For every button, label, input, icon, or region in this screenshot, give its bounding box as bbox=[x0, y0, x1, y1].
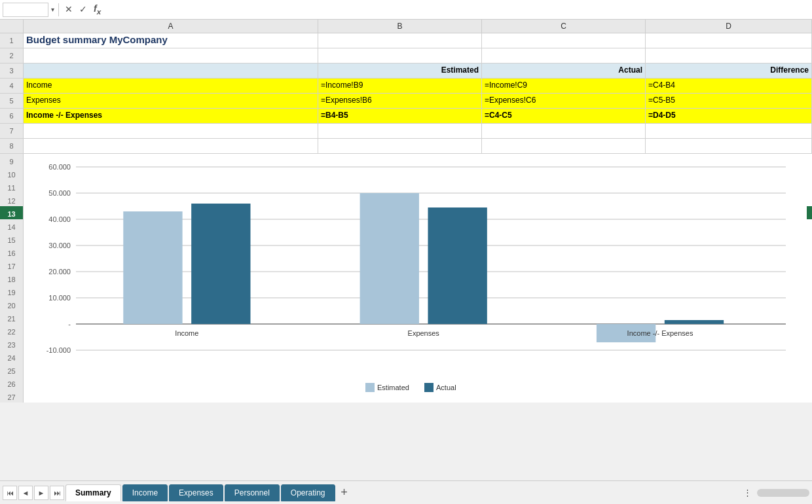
cell-5-C[interactable]: =Expenses!C6 bbox=[482, 94, 646, 108]
col-header-c[interactable]: C bbox=[482, 20, 646, 33]
cell-6-A[interactable]: Income -/- Expenses bbox=[24, 109, 318, 123]
row-number: 7 bbox=[0, 124, 24, 138]
y-axis-label: 40.000 bbox=[48, 215, 71, 223]
row-number-12: 12 bbox=[0, 193, 24, 206]
table-row: 5Expenses=Expenses!B6=Expenses!C6=C5-B5 bbox=[0, 94, 812, 109]
col-header-b[interactable]: B bbox=[318, 20, 482, 33]
budget-chart: 60.00050.00040.00030.00020.00010.000--10… bbox=[24, 154, 812, 403]
bar-estimated-0 bbox=[123, 211, 182, 324]
y-axis-label: -10.000 bbox=[46, 346, 71, 354]
cell-7-A[interactable] bbox=[24, 124, 318, 138]
x-axis-label-2: Income -/- Expenses bbox=[627, 329, 693, 337]
row-number-18: 18 bbox=[0, 272, 24, 285]
cell-8-C[interactable] bbox=[482, 139, 646, 153]
cell-2-C[interactable] bbox=[482, 48, 646, 63]
row-number-25: 25 bbox=[0, 363, 24, 376]
row-number-21: 21 bbox=[0, 311, 24, 324]
cell-8-A[interactable] bbox=[24, 139, 318, 153]
row-number-14: 14 bbox=[0, 219, 24, 232]
cell-reference-box[interactable] bbox=[3, 3, 48, 17]
legend-actual-label: Actual bbox=[436, 384, 456, 391]
insert-function-icon[interactable]: fx bbox=[92, 3, 103, 16]
bar-estimated-1 bbox=[360, 193, 419, 324]
cell-3-D[interactable]: Difference bbox=[646, 63, 812, 78]
cell-5-D[interactable]: =C5-B5 bbox=[646, 94, 812, 108]
chart-row-numbers: 9101112131415161718192021222324252627 bbox=[0, 154, 24, 403]
cell-1-B[interactable] bbox=[318, 33, 482, 48]
cell-6-D[interactable]: =D4-D5 bbox=[646, 109, 812, 123]
table-row: 2 bbox=[0, 48, 812, 63]
spreadsheet: A B C D 1Budget summary MyCompany23Estim… bbox=[0, 20, 812, 403]
cell-5-A[interactable]: Expenses bbox=[24, 94, 318, 108]
table-row: 1Budget summary MyCompany bbox=[0, 33, 812, 48]
cell-6-B[interactable]: =B4-B5 bbox=[318, 109, 482, 123]
cell-3-B[interactable]: Estimated bbox=[318, 63, 482, 78]
grid-body: 1Budget summary MyCompany23EstimatedActu… bbox=[0, 33, 812, 154]
cell-ref-dropdown-icon[interactable]: ▾ bbox=[51, 6, 54, 13]
cell-2-B[interactable] bbox=[318, 48, 482, 63]
cell-8-D[interactable] bbox=[646, 139, 812, 153]
table-row: 4Income=Income!B9=Income!C9=C4-B4 bbox=[0, 79, 812, 94]
cell-2-D[interactable] bbox=[646, 48, 812, 63]
row-number-24: 24 bbox=[0, 350, 24, 363]
row-number-16: 16 bbox=[0, 245, 24, 259]
legend-estimated-swatch bbox=[365, 383, 375, 392]
confirm-formula-icon[interactable]: ✓ bbox=[77, 4, 89, 14]
y-axis-label: 50.000 bbox=[48, 189, 71, 197]
col-header-d[interactable]: D bbox=[646, 20, 812, 33]
row-number: 2 bbox=[0, 48, 24, 63]
cell-4-C[interactable]: =Income!C9 bbox=[482, 79, 646, 93]
cell-5-B[interactable]: =Expenses!B6 bbox=[318, 94, 482, 108]
cell-4-B[interactable]: =Income!B9 bbox=[318, 79, 482, 93]
table-row: 6Income -/- Expenses=B4-B5=C4-C5=D4-D5 bbox=[0, 109, 812, 124]
x-axis-label-1: Expenses bbox=[408, 329, 440, 337]
legend-actual-swatch bbox=[424, 383, 434, 392]
y-axis-label: - bbox=[68, 320, 71, 328]
row-number-27: 27 bbox=[0, 389, 24, 403]
row-number-22: 22 bbox=[0, 324, 24, 337]
table-row: 7 bbox=[0, 124, 812, 139]
table-row: 8 bbox=[0, 139, 812, 154]
cell-4-D[interactable]: =C4-B4 bbox=[646, 79, 812, 93]
cancel-formula-icon[interactable]: ✕ bbox=[63, 4, 75, 14]
row-number-9: 9 bbox=[0, 154, 24, 167]
cell-4-A[interactable]: Income bbox=[24, 79, 318, 93]
cell-1-D[interactable] bbox=[646, 33, 812, 48]
y-axis-label: 20.000 bbox=[48, 268, 71, 276]
col-header-a[interactable]: A bbox=[24, 20, 318, 33]
chart-area: 60.00050.00040.00030.00020.00010.000--10… bbox=[24, 154, 812, 403]
cell-7-C[interactable] bbox=[482, 124, 646, 138]
row-number: 5 bbox=[0, 94, 24, 108]
green-row-indicator bbox=[807, 206, 812, 219]
formula-input[interactable] bbox=[105, 3, 809, 16]
x-axis-label-0: Income bbox=[175, 329, 198, 337]
cell-8-B[interactable] bbox=[318, 139, 482, 153]
row-number-26: 26 bbox=[0, 376, 24, 389]
bar-actual-1 bbox=[428, 207, 487, 324]
cell-1-C[interactable] bbox=[482, 33, 646, 48]
row-number: 3 bbox=[0, 63, 24, 78]
cell-3-A[interactable] bbox=[24, 63, 318, 78]
y-axis-label: 10.000 bbox=[48, 294, 71, 302]
row-number: 4 bbox=[0, 79, 24, 93]
cell-3-C[interactable]: Actual bbox=[482, 63, 646, 78]
chart-row-wrapper: 9101112131415161718192021222324252627 60… bbox=[0, 154, 812, 403]
row-number-17: 17 bbox=[0, 259, 24, 272]
cell-7-B[interactable] bbox=[318, 124, 482, 138]
bar-actual-0 bbox=[191, 204, 250, 324]
bar-actual-2 bbox=[665, 320, 724, 324]
cell-1-A[interactable]: Budget summary MyCompany bbox=[24, 33, 318, 48]
y-axis-label: 30.000 bbox=[48, 242, 71, 249]
legend-estimated-label: Estimated bbox=[377, 384, 409, 391]
row-number-15: 15 bbox=[0, 232, 24, 245]
cell-6-C[interactable]: =C4-C5 bbox=[482, 109, 646, 123]
cell-2-A[interactable] bbox=[24, 48, 318, 63]
formula-bar: ▾ ✕ ✓ fx bbox=[0, 0, 812, 20]
cell-7-D[interactable] bbox=[646, 124, 812, 138]
row-number-11: 11 bbox=[0, 180, 24, 193]
row-number: 1 bbox=[0, 33, 24, 48]
table-row: 3EstimatedActualDifference bbox=[0, 63, 812, 79]
row-number-19: 19 bbox=[0, 285, 24, 298]
row-number-10: 10 bbox=[0, 167, 24, 180]
row-number-23: 23 bbox=[0, 337, 24, 350]
